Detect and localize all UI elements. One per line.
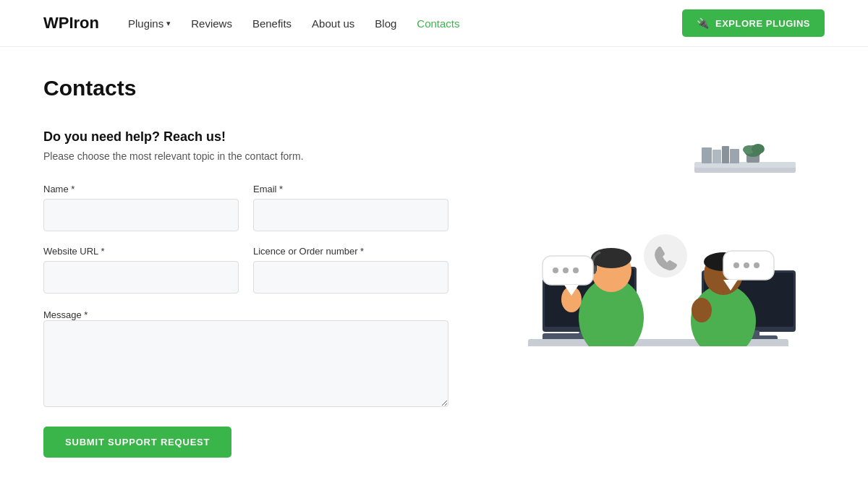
svg-point-34 [553,267,558,273]
explore-button-label: Explore Plugins [715,18,810,29]
website-group: Website URL * [43,246,239,294]
nav-benefits-link[interactable]: Benefits [252,17,292,30]
email-group: Email * [253,184,448,231]
email-input[interactable] [253,199,448,231]
website-licence-row: Website URL * Licence or Order number * [43,246,448,294]
name-input[interactable] [43,199,239,231]
svg-point-31 [692,298,712,322]
support-illustration [499,144,803,346]
licence-group: Licence or Order number * [253,246,448,294]
main-nav: Plugins ▾ Reviews Benefits About us Blog… [128,17,682,30]
nav-reviews-link[interactable]: Reviews [191,17,232,30]
nav-plugins[interactable]: Plugins ▾ [128,17,171,30]
submit-button-label: Submit Support Request [65,437,210,448]
svg-point-35 [563,267,569,273]
name-group: Name * [43,184,239,231]
svg-point-23 [591,248,631,268]
name-label: Name * [43,184,239,194]
name-email-row: Name * Email * [43,184,448,231]
form-subtext: Please choose the most relevant topic in… [43,150,448,162]
site-logo: WPIron [43,14,99,33]
contact-form-section: Do you need help? Reach us! Please choos… [43,129,448,458]
explore-plugins-button[interactable]: 🔌 Explore Plugins [682,9,825,37]
nav-contacts-link[interactable]: Contacts [417,17,459,30]
svg-rect-4 [722,146,729,163]
page-title: Contacts [43,76,825,100]
svg-point-41 [754,262,760,268]
svg-point-9 [752,144,765,154]
content-area: Do you need help? Reach us! Please choos… [43,129,825,458]
licence-input[interactable] [253,261,448,294]
contact-form: Name * Email * Website URL * Licence or [43,184,448,458]
website-input[interactable] [43,261,239,294]
illustration-area [477,129,825,346]
message-label: Message * [43,309,88,320]
form-heading: Do you need help? Reach us! [43,129,448,145]
email-label: Email * [253,184,448,194]
plugin-icon: 🔌 [697,17,710,29]
nav-about-link[interactable]: About us [312,17,354,30]
nav-plugins-link[interactable]: Plugins [128,17,163,30]
svg-point-42 [644,234,687,278]
svg-point-40 [744,262,749,268]
svg-rect-3 [712,150,721,163]
message-textarea[interactable] [43,320,448,407]
svg-point-36 [573,267,579,273]
submit-button[interactable]: Submit Support Request [43,427,231,458]
svg-point-39 [733,262,739,268]
licence-label: Licence or Order number * [253,246,448,257]
nav-blog-link[interactable]: Blog [375,17,396,30]
svg-rect-2 [702,147,712,163]
svg-rect-5 [730,149,739,163]
website-label: Website URL * [43,246,239,257]
chevron-down-icon: ▾ [166,19,171,28]
message-group: Message * [43,308,448,409]
